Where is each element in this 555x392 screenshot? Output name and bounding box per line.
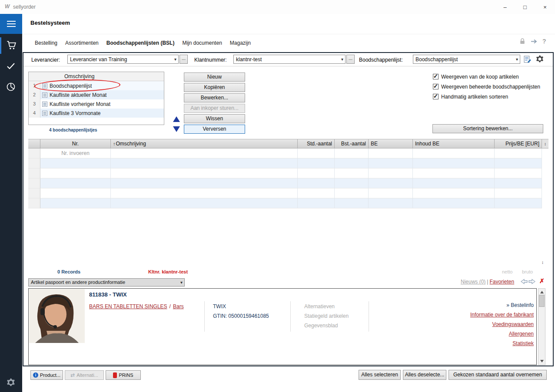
scroll-down-icon[interactable] bbox=[540, 360, 544, 362]
menu-button[interactable] bbox=[0, 14, 22, 34]
previous-article-button[interactable] bbox=[521, 279, 528, 284]
sidebar-item-cart[interactable] bbox=[6, 39, 17, 52]
sortering-bewerken-button[interactable]: Sortering bewerken... bbox=[432, 124, 543, 133]
product-info-dropdown[interactable]: Artikel paspoort en andere productinform… bbox=[28, 278, 185, 287]
titlebar: W sellyorder – □ × bbox=[0, 0, 555, 14]
boodschappenlijst-dropdown[interactable]: Boodschappenlijst ▾ bbox=[413, 55, 520, 64]
checkbox-checked-icon[interactable] bbox=[433, 84, 439, 89]
cell bbox=[335, 148, 369, 158]
product-name: TWIX bbox=[213, 303, 269, 310]
column-label: BE bbox=[371, 141, 378, 147]
product-button[interactable]: i Product... bbox=[30, 370, 63, 380]
table-row[interactable] bbox=[28, 188, 542, 198]
sidebar-item-statistics[interactable] bbox=[6, 82, 16, 94]
cell bbox=[335, 178, 369, 188]
grid-header-inhoud-be[interactable]: Inhoud BE bbox=[413, 139, 495, 148]
tab-bestelling[interactable]: Bestelling bbox=[35, 40, 57, 46]
list-item[interactable]: 1 Boodschappenlijst bbox=[29, 81, 164, 90]
klantnummer-browse-button[interactable]: ... bbox=[346, 55, 355, 64]
bestelinfo-link[interactable]: » Bestelinfo bbox=[506, 302, 534, 308]
maximize-button[interactable]: □ bbox=[515, 0, 535, 14]
statiegeld-link-disabled: Statiegeld artikelen bbox=[304, 313, 349, 319]
nieuw-button[interactable]: Nieuw bbox=[184, 72, 245, 82]
gekozen-aantal-overnemen-button[interactable]: Gekozen standaard aantal overnemen bbox=[449, 370, 547, 380]
favorieten-link[interactable]: Favorieten bbox=[489, 279, 514, 285]
grid-header-nr[interactable]: Nr. bbox=[40, 139, 111, 148]
allergenen-link[interactable]: Allergenen bbox=[509, 331, 534, 337]
triangle-up-icon bbox=[173, 116, 180, 122]
table-row[interactable] bbox=[28, 168, 542, 178]
table-row[interactable]: Nr. invoeren bbox=[28, 148, 542, 158]
grid-header-prijs[interactable]: Prijs/BE [EUR] bbox=[495, 139, 542, 148]
grid-sort-splitter-bottom[interactable]: ↕ bbox=[542, 260, 544, 265]
subcategory-link[interactable]: Bars bbox=[173, 303, 184, 310]
checkbox-beheerde-lijsten[interactable]: Weergeven beheerde boodschappenlijsten bbox=[433, 83, 540, 90]
table-row[interactable] bbox=[28, 178, 542, 188]
alles-selecteren-button[interactable]: Alles selecteren bbox=[359, 370, 401, 380]
fabrikant-info-link[interactable]: Informatie over de fabrikant bbox=[470, 312, 534, 318]
move-up-button[interactable] bbox=[173, 115, 180, 123]
sort-ascending-icon: ↑ bbox=[113, 141, 116, 146]
product-panel-scrollbar[interactable] bbox=[538, 288, 545, 365]
prins-button-label: PRiNS bbox=[119, 372, 133, 378]
move-down-button[interactable] bbox=[173, 125, 180, 133]
checkbox-checked-icon[interactable] bbox=[433, 74, 439, 79]
checkbox-checked-icon[interactable] bbox=[433, 94, 439, 99]
scrollbar-thumb[interactable] bbox=[539, 295, 545, 307]
list-item[interactable]: 3 Kaufliste vorheriger Monat bbox=[29, 99, 164, 109]
row-number: 4 bbox=[29, 109, 40, 118]
help-button[interactable]: ? bbox=[542, 38, 546, 45]
kopieren-button[interactable]: Kopiëren bbox=[184, 83, 245, 92]
edit-list-button[interactable] bbox=[523, 55, 532, 63]
voedingswaarden-link[interactable]: Voedingswaarden bbox=[492, 321, 534, 327]
list-item[interactable]: 2 Kaufliste aktueller Monat bbox=[29, 90, 164, 99]
forward-button[interactable] bbox=[530, 39, 538, 44]
next-article-button[interactable] bbox=[528, 279, 535, 284]
nieuws-link[interactable]: Nieuws (0) bbox=[461, 279, 485, 285]
verversen-button[interactable]: Verversen bbox=[184, 125, 245, 134]
prins-button[interactable]: PRiNS bbox=[106, 370, 141, 380]
bewerken-button[interactable]: Bewerken... bbox=[184, 93, 245, 102]
product-identity-column: TWIX GTIN: 05000159461085 bbox=[213, 303, 269, 319]
chevron-down-icon: ▾ bbox=[341, 57, 343, 62]
alles-deselecteren-button[interactable]: Alles deselecte... bbox=[403, 370, 446, 380]
table-row[interactable] bbox=[28, 158, 542, 168]
scroll-up-icon[interactable] bbox=[540, 291, 544, 293]
list-item[interactable]: 4 Kaufliste 3 Vormonate bbox=[29, 109, 164, 118]
wissen-button[interactable]: Wissen bbox=[184, 114, 245, 123]
lock-button[interactable] bbox=[519, 38, 526, 45]
grid-sort-splitter-top[interactable]: ↕ bbox=[542, 139, 548, 148]
close-product-info-button[interactable]: ✗ bbox=[539, 277, 545, 284]
leverancier-dropdown[interactable]: Leverancier van Training ▾ bbox=[67, 55, 179, 64]
checkbox-koop-artikelen[interactable]: Weergeven van de koop artikelen bbox=[433, 73, 540, 80]
sidebar-item-confirm[interactable] bbox=[6, 61, 16, 73]
row-gutter bbox=[28, 198, 40, 208]
grid-header-omschrijving[interactable]: ↑ Omschrijving bbox=[111, 139, 298, 148]
table-row[interactable] bbox=[28, 198, 542, 208]
tab-magazijn[interactable]: Magazijn bbox=[230, 40, 251, 46]
product-panel bbox=[28, 288, 537, 365]
grid-header-be[interactable]: BE bbox=[369, 139, 413, 148]
minimize-button[interactable]: – bbox=[495, 0, 515, 14]
tab-assortimenten[interactable]: Assortimenten bbox=[65, 40, 99, 46]
cell bbox=[298, 158, 335, 168]
list-document-icon bbox=[42, 83, 48, 89]
checkbox-handmatig-sorteren[interactable]: Handmatig artikelen sorteren bbox=[433, 93, 540, 100]
list-settings-button[interactable] bbox=[535, 55, 544, 63]
gegevensblad-link-disabled: Gegevensblad bbox=[304, 323, 349, 329]
row-number: 3 bbox=[29, 99, 40, 109]
grid-header-std-aantal[interactable]: Std.-aantal bbox=[298, 139, 335, 148]
cell bbox=[369, 148, 413, 158]
settings-button[interactable] bbox=[6, 378, 16, 389]
klantnummer-dropdown[interactable]: klantnr-test ▾ bbox=[233, 55, 346, 64]
nr-input-cell[interactable]: Nr. invoeren bbox=[40, 148, 111, 158]
tab-boodschappenlijsten[interactable]: Boodschappenlijsten (BSL) bbox=[106, 40, 175, 46]
list-column-header[interactable]: Omschrijving bbox=[29, 72, 164, 81]
leverancier-browse-button[interactable]: ... bbox=[179, 55, 188, 64]
category-link[interactable]: BARS EN TABLETTEN SINGLES bbox=[89, 303, 167, 310]
statistiek-link[interactable]: Statistiek bbox=[512, 340, 534, 346]
close-button[interactable]: × bbox=[535, 0, 555, 14]
grid-header-bst-aantal[interactable]: Bst.-aantal bbox=[335, 139, 369, 148]
cell bbox=[335, 198, 369, 208]
tab-mijn-documenten[interactable]: Mijn documenten bbox=[182, 40, 222, 46]
